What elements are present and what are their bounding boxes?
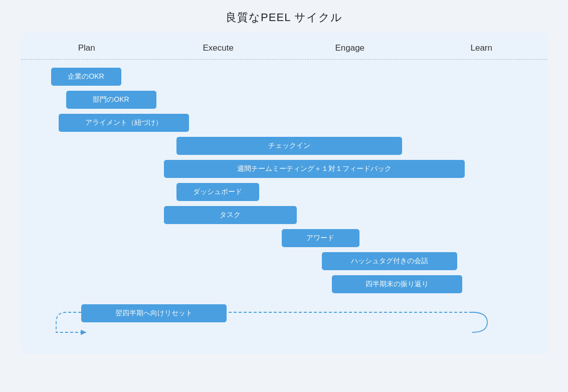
reset-bar: 翌四半期へ向けリセット	[81, 304, 227, 322]
bar-row-row-10: 四半期末の振り返り	[332, 275, 532, 293]
bar-row-row-9: ハッシュタグ付きの会話	[322, 252, 532, 270]
bar-row-row-8: アワード	[282, 229, 532, 247]
bar-row-row-7: タスク	[164, 206, 532, 224]
columns-header: Plan Execute Engage Learn	[21, 33, 547, 60]
bar-row-10: 四半期末の振り返り	[332, 275, 462, 293]
reset-row: 翌四半期へ向けリセット	[81, 304, 227, 322]
bar-row-8: アワード	[282, 229, 359, 247]
bar-row-5: 週間チームミーティング＋１対１フィードバック	[164, 160, 465, 178]
bar-row-2: 部門のOKR	[66, 91, 156, 109]
bar-row-row-1: 企業のOKR	[51, 68, 532, 86]
bar-row-1: 企業のOKR	[51, 68, 121, 86]
bar-row-row-2: 部門のOKR	[66, 91, 532, 109]
bar-row-9: ハッシュタグ付きの会話	[322, 252, 457, 270]
bar-row-7: タスク	[164, 206, 297, 224]
col-execute: Execute	[152, 43, 284, 53]
page-title: 良質なPEEL サイクル	[226, 10, 343, 25]
bar-row-row-3: アライメント（紐づけ）	[59, 114, 532, 132]
bar-row-3: アライメント（紐づけ）	[59, 114, 189, 132]
bar-row-row-4: チェックイン	[176, 137, 532, 155]
bar-row-4: チェックイン	[176, 137, 402, 155]
col-learn: Learn	[416, 43, 547, 53]
bar-row-row-6: ダッシュボード	[176, 183, 532, 201]
bar-row-6: ダッシュボード	[176, 183, 259, 201]
peel-chart: Plan Execute Engage Learn 企業のOKR部門のOKRアラ…	[21, 33, 547, 353]
chart-body: 企業のOKR部門のOKRアライメント（紐づけ）チェックイン週間チームミーティング…	[21, 60, 547, 338]
col-engage: Engage	[284, 43, 416, 53]
col-plan: Plan	[21, 43, 153, 53]
bar-row-row-5: 週間チームミーティング＋１対１フィードバック	[164, 160, 532, 178]
